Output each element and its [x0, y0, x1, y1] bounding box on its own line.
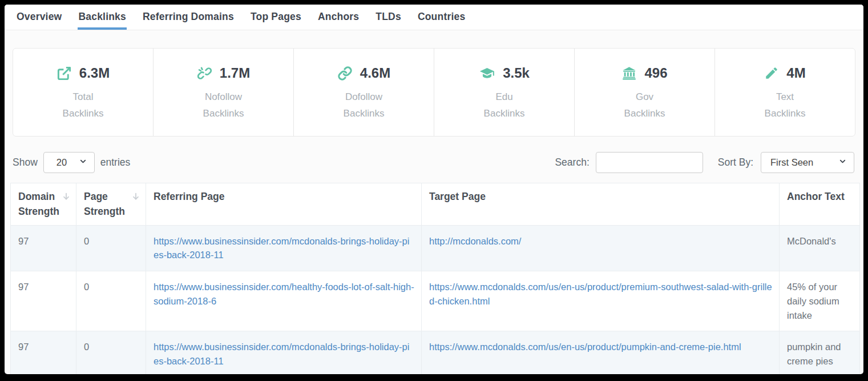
- tab-top-pages[interactable]: Top Pages: [250, 5, 302, 30]
- chevron-down-icon: [79, 157, 87, 168]
- tab-countries[interactable]: Countries: [417, 5, 466, 30]
- search-input[interactable]: [596, 152, 703, 173]
- chain-link-icon: [337, 66, 353, 81]
- stat-label-line1: Text: [765, 89, 806, 105]
- col-header-target-page: Target Page: [422, 183, 780, 226]
- bank-icon: [621, 66, 637, 81]
- stat-label-line1: Nofollow: [203, 89, 244, 105]
- tab-anchors[interactable]: Anchors: [317, 5, 360, 30]
- anchor-text-cell: McDonald's: [780, 225, 860, 271]
- stat-value: 496: [644, 65, 667, 81]
- backlinks-summary-card: 6.3M Total Backlinks 1.7M: [13, 48, 855, 137]
- referring-page-link[interactable]: https://www.businessinsider.com/mcdonald…: [154, 236, 409, 260]
- anchor-text-cell: pumpkin and creme pies: [780, 331, 860, 374]
- sort-by-value: First Seen: [770, 157, 813, 168]
- table-controls: Show 20 entries Search: Sort By: First S…: [13, 152, 854, 173]
- stat-gov-backlinks: 496 Gov Backlinks: [575, 49, 715, 136]
- domain-strength-cell: 97: [11, 271, 76, 331]
- page-strength-cell: 0: [76, 331, 146, 374]
- graduation-cap-icon: [479, 66, 495, 81]
- stat-text-backlinks: 4M Text Backlinks: [715, 49, 855, 136]
- tab-overview[interactable]: Overview: [16, 5, 62, 30]
- target-page-link[interactable]: https://www.mcdonalds.com/us/en-us/produ…: [429, 282, 772, 306]
- page-strength-cell: 0: [76, 271, 146, 331]
- search-label: Search:: [555, 157, 589, 169]
- sort-by-select[interactable]: First Seen: [761, 152, 854, 173]
- table-row: 97 0 https://www.businessinsider.com/mcd…: [11, 331, 860, 374]
- tab-tlds[interactable]: TLDs: [375, 5, 402, 30]
- col-header-anchor-text: Anchor Text: [780, 183, 860, 226]
- stat-value: 3.5k: [503, 65, 530, 81]
- anchor-text-cell: 45% of your daily sodium intake: [780, 271, 860, 331]
- stat-dofollow-backlinks: 4.6M Dofollow Backlinks: [294, 49, 434, 136]
- stat-value: 6.3M: [79, 65, 110, 81]
- stat-label-line1: Gov: [624, 89, 665, 105]
- col-header-domain-strength[interactable]: Domain Strength: [11, 183, 76, 226]
- stat-label-line2: Backlinks: [344, 106, 385, 122]
- referring-page-link[interactable]: https://www.businessinsider.com/healthy-…: [154, 282, 414, 306]
- report-tabbar: Overview Backlinks Referring Domains Top…: [5, 5, 863, 30]
- page-size-value: 20: [56, 157, 67, 168]
- stat-nofollow-backlinks: 1.7M Nofollow Backlinks: [154, 49, 294, 136]
- col-header-page-strength[interactable]: Page Strength: [76, 183, 146, 226]
- table-row: 97 0 https://www.businessinsider.com/mcd…: [11, 225, 860, 271]
- stat-label-line2: Backlinks: [624, 106, 665, 122]
- pencil-icon: [764, 66, 779, 81]
- app-screen: Overview Backlinks Referring Domains Top…: [5, 5, 863, 374]
- target-page-link[interactable]: http://mcdonalds.com/: [429, 236, 521, 246]
- stat-label-line2: Backlinks: [765, 106, 806, 122]
- tab-backlinks[interactable]: Backlinks: [78, 5, 127, 30]
- backlinks-table: Domain Strength Page Strength Referring …: [10, 183, 858, 374]
- stat-value: 1.7M: [220, 65, 250, 81]
- domain-strength-cell: 97: [11, 331, 76, 374]
- stat-total-backlinks: 6.3M Total Backlinks: [13, 49, 154, 136]
- show-label: Show: [13, 157, 38, 169]
- broken-link-icon: [197, 66, 212, 81]
- stat-label-line1: Total: [63, 89, 104, 105]
- external-link-icon: [56, 66, 72, 81]
- entries-label: entries: [100, 157, 131, 169]
- stat-label-line1: Dofollow: [344, 89, 385, 105]
- stat-label-line2: Backlinks: [203, 106, 244, 122]
- stat-label-line2: Backlinks: [484, 106, 525, 122]
- stat-label-line1: Edu: [484, 89, 525, 105]
- sort-by-label: Sort By:: [718, 157, 753, 169]
- page-size-select[interactable]: 20: [43, 152, 95, 173]
- screenshot-frame: Overview Backlinks Referring Domains Top…: [0, 0, 868, 381]
- chevron-down-icon: [838, 157, 847, 168]
- stat-value: 4M: [786, 65, 805, 81]
- referring-page-link[interactable]: https://www.businessinsider.com/mcdonald…: [154, 342, 409, 366]
- tab-referring-domains[interactable]: Referring Domains: [142, 5, 235, 30]
- table-row: 97 0 https://www.businessinsider.com/hea…: [11, 271, 860, 331]
- target-page-link[interactable]: https://www.mcdonalds.com/us/en-us/produ…: [429, 342, 741, 352]
- stat-edu-backlinks: 3.5k Edu Backlinks: [434, 49, 575, 136]
- page-strength-cell: 0: [76, 225, 146, 271]
- domain-strength-cell: 97: [11, 225, 76, 271]
- table-header-row: Domain Strength Page Strength Referring …: [11, 183, 860, 226]
- sort-down-icon[interactable]: [62, 190, 71, 205]
- sort-down-icon[interactable]: [131, 190, 140, 205]
- stat-value: 4.6M: [360, 65, 390, 81]
- stat-label-line2: Backlinks: [63, 106, 104, 122]
- col-header-referring-page: Referring Page: [146, 183, 422, 226]
